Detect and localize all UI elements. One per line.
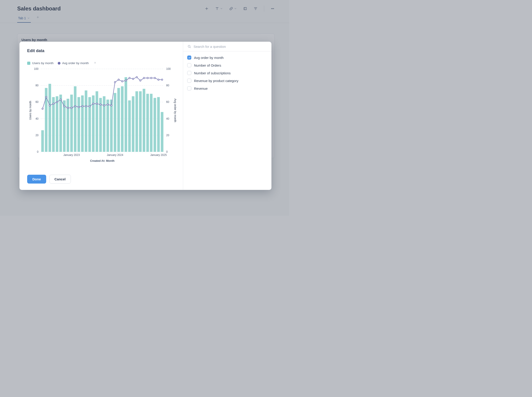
svg-point-78 [121, 81, 123, 82]
option-label: Avg order by month [194, 56, 224, 60]
svg-text:20: 20 [36, 134, 39, 137]
svg-point-60 [56, 101, 58, 103]
search-input[interactable] [193, 45, 267, 49]
svg-rect-51 [146, 94, 149, 152]
svg-text:100: 100 [34, 67, 38, 70]
svg-rect-29 [66, 99, 69, 152]
combo-chart: 002020404060608080100100January 2023Janu… [27, 66, 177, 164]
svg-point-56 [42, 108, 43, 109]
svg-text:0: 0 [37, 150, 38, 153]
legend-bar-label: Users by month [32, 62, 54, 65]
svg-point-79 [125, 80, 127, 81]
svg-text:40: 40 [36, 117, 39, 120]
svg-text:January 2023: January 2023 [63, 153, 80, 157]
svg-rect-34 [85, 90, 87, 152]
svg-point-74 [107, 104, 109, 105]
search-icon [187, 44, 191, 49]
svg-rect-37 [96, 91, 98, 152]
option-label: Number of subscriptions [194, 71, 231, 75]
svg-rect-32 [77, 97, 80, 152]
svg-rect-22 [41, 130, 44, 152]
svg-point-83 [140, 80, 141, 81]
svg-point-64 [71, 107, 72, 109]
checkbox-icon [187, 71, 191, 75]
svg-text:60: 60 [166, 100, 169, 104]
svg-rect-26 [56, 96, 58, 152]
svg-point-81 [133, 78, 134, 80]
chart-legend: Users by month Avg order by month [27, 62, 177, 65]
svg-point-57 [46, 96, 47, 98]
option-item[interactable]: Revenue by product category [185, 77, 270, 85]
svg-text:40: 40 [166, 117, 169, 120]
svg-rect-53 [153, 98, 156, 152]
svg-text:100: 100 [166, 67, 171, 70]
chart-svg: 002020404060608080100100January 2023Janu… [27, 66, 177, 164]
option-label: Revenue by product category [194, 79, 238, 83]
svg-rect-54 [157, 97, 160, 152]
svg-rect-38 [99, 98, 102, 152]
remove-series-button[interactable] [93, 62, 97, 65]
svg-rect-50 [143, 89, 145, 152]
svg-point-80 [129, 77, 130, 79]
svg-text:Users by month: Users by month [29, 101, 32, 120]
checkbox-icon [187, 63, 191, 67]
option-label: Revenue [194, 87, 208, 90]
svg-point-62 [64, 105, 65, 107]
svg-text:Avg order by month: Avg order by month [174, 99, 177, 122]
svg-rect-30 [70, 94, 73, 152]
svg-point-77 [118, 79, 119, 80]
svg-point-59 [53, 103, 54, 105]
svg-rect-48 [135, 91, 138, 152]
svg-rect-40 [106, 99, 109, 152]
svg-point-70 [93, 103, 94, 105]
svg-point-58 [49, 105, 50, 106]
option-label: Number of Orders [194, 63, 221, 67]
svg-text:60: 60 [36, 100, 39, 104]
svg-point-87 [154, 77, 156, 79]
bar-swatch-icon [27, 62, 30, 65]
checkbox-icon [187, 86, 191, 90]
option-item[interactable]: Number of Orders [185, 62, 270, 69]
edit-data-modal: Edit data Users by month Avg order by mo… [19, 42, 272, 190]
svg-text:January 2024: January 2024 [107, 153, 123, 157]
options-list: Avg order by monthNumber of OrdersNumber… [183, 51, 272, 94]
svg-text:Created At: Month: Created At: Month [90, 159, 115, 162]
svg-rect-31 [74, 86, 77, 152]
svg-rect-33 [81, 95, 84, 152]
svg-text:20: 20 [166, 134, 169, 137]
svg-text:January 2025: January 2025 [150, 153, 167, 157]
svg-point-72 [100, 104, 101, 105]
svg-point-76 [114, 81, 116, 83]
legend-item-line[interactable]: Avg order by month [58, 62, 89, 65]
svg-rect-46 [128, 100, 131, 152]
svg-point-66 [78, 106, 79, 108]
svg-rect-28 [63, 100, 66, 152]
line-swatch-icon [58, 62, 60, 65]
svg-rect-27 [59, 94, 62, 152]
svg-point-85 [147, 77, 148, 79]
option-item[interactable]: Number of subscriptions [185, 69, 270, 77]
svg-rect-52 [150, 94, 153, 152]
svg-rect-24 [48, 84, 51, 152]
svg-rect-25 [52, 97, 55, 152]
cancel-button[interactable]: Cancel [49, 175, 71, 184]
svg-point-63 [67, 107, 69, 109]
svg-text:80: 80 [166, 84, 169, 87]
svg-text:0: 0 [166, 150, 168, 153]
svg-text:80: 80 [36, 84, 39, 87]
svg-rect-55 [161, 112, 163, 152]
svg-point-96 [188, 45, 190, 47]
svg-point-73 [103, 105, 105, 106]
svg-point-84 [143, 77, 145, 79]
legend-item-bars[interactable]: Users by month [27, 62, 54, 65]
svg-point-82 [136, 76, 137, 78]
svg-rect-42 [114, 93, 116, 152]
svg-point-61 [60, 99, 61, 100]
option-item[interactable]: Avg order by month [185, 54, 270, 62]
svg-point-67 [82, 105, 83, 107]
svg-rect-43 [117, 88, 120, 152]
done-button[interactable]: Done [27, 175, 46, 184]
checkbox-icon [187, 79, 191, 83]
option-item[interactable]: Revenue [185, 85, 270, 92]
svg-rect-45 [125, 77, 127, 152]
